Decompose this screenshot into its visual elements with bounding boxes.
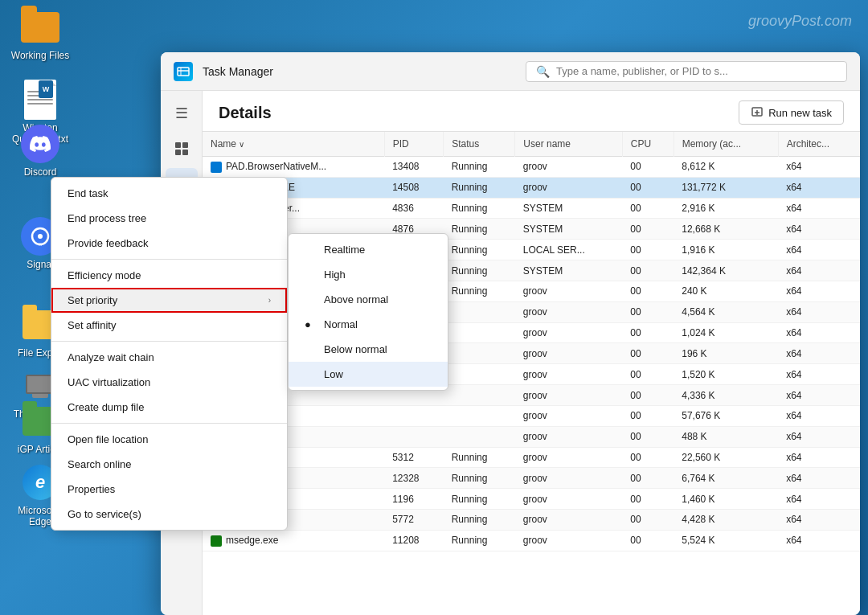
context-menu-item-end-process-tree[interactable]: End process tree: [51, 206, 287, 231]
cell-memory: 5,524 K: [674, 530, 778, 551]
svg-rect-7: [175, 150, 181, 155]
col-cpu[interactable]: CPU: [622, 132, 674, 157]
context-menu-item-label: End process tree: [68, 212, 146, 224]
col-memory[interactable]: Memory (ac...: [674, 132, 778, 157]
table-row[interactable]: .exe 5312 Running groov 00 22,560 K x64: [203, 447, 860, 468]
context-menu-item-search-online[interactable]: Search online: [51, 452, 287, 477]
table-row[interactable]: .exe 5772 Running groov 00 4,428 K x64: [203, 510, 860, 531]
col-arch[interactable]: Architec...: [778, 132, 860, 157]
cell-cpu: 00: [622, 468, 674, 489]
cell-status: [444, 343, 515, 364]
cell-status: Running: [444, 281, 515, 301]
cell-memory: 196 K: [674, 343, 778, 364]
cell-arch: x64: [778, 301, 860, 322]
cell-arch: x64: [778, 489, 860, 510]
context-menu-item-end-task[interactable]: End task: [51, 181, 287, 206]
desktop-icon-label: Discord: [24, 166, 57, 178]
cell-memory: 4,336 K: [674, 385, 778, 406]
cell-arch: x64: [778, 322, 860, 343]
cell-user: groov: [515, 177, 623, 198]
table-row[interactable]: p.IGCC.WinSer... 4836 Running SYSTEM 00 …: [203, 198, 860, 219]
priority-submenu-item-below-normal[interactable]: Below normal: [289, 337, 448, 362]
cell-status: [444, 385, 515, 406]
sidebar-menu-btn[interactable]: ☰: [166, 97, 198, 129]
priority-submenu-item-normal[interactable]: ●Normal: [289, 312, 448, 337]
context-menu-separator: [51, 259, 287, 260]
cell-user: groov: [515, 322, 623, 343]
table-row[interactable]: ... groov 00 488 K x64: [203, 426, 860, 447]
svg-point-1: [38, 234, 43, 239]
cell-user: SYSTEM: [515, 198, 623, 219]
desktop-icon-working-files[interactable]: Working Files: [8, 8, 72, 61]
priority-submenu-item-above-normal[interactable]: Above normal: [289, 287, 448, 312]
discord-icon: [21, 125, 59, 163]
run-new-task-button[interactable]: Run new task: [739, 100, 844, 125]
context-menu-item-label: Search online: [68, 458, 132, 470]
context-menu-item-set-priority[interactable]: Set priority›: [51, 288, 287, 313]
cell-memory: 142,364 K: [674, 260, 778, 281]
cell-user: groov: [515, 447, 623, 468]
cell-arch: x64: [778, 364, 860, 385]
table-row[interactable]: OUTLOOK.EXE 14508 Running groov 00 131,7…: [203, 177, 860, 198]
cell-arch: x64: [778, 426, 860, 447]
desktop-icon-discord[interactable]: Discord: [8, 125, 72, 178]
cell-cpu: 00: [622, 385, 674, 406]
priority-submenu-item-realtime[interactable]: Realtime: [289, 237, 448, 262]
cell-pid: 14508: [384, 177, 444, 198]
context-menu-item-open-file-location[interactable]: Open file location: [51, 427, 287, 452]
cell-status: Running: [444, 157, 515, 178]
cell-status: Running: [444, 530, 515, 551]
cell-arch: x64: [778, 177, 860, 198]
table-row[interactable]: .exe 1196 Running groov 00 1,460 K x64: [203, 489, 860, 510]
cell-status: Running: [444, 447, 515, 468]
cell-status: Running: [444, 468, 515, 489]
cell-pid: [384, 426, 444, 447]
desktop-icons-middle: Discord: [8, 125, 72, 178]
context-menu-item-create-dump-file[interactable]: Create dump file: [51, 395, 287, 420]
cell-status: Running: [444, 198, 515, 219]
table-row[interactable]: ... groov 00 57,676 K x64: [203, 405, 860, 426]
context-menu-item-efficiency-mode[interactable]: Efficiency mode: [51, 263, 287, 288]
cell-user: groov: [515, 468, 623, 489]
context-menu-item-uac-virtualization[interactable]: UAC virtualization: [51, 370, 287, 395]
svg-rect-6: [182, 142, 188, 148]
cell-arch: x64: [778, 281, 860, 301]
table-row[interactable]: .exe 12328 Running groov 00 6,764 K x64: [203, 468, 860, 489]
cell-memory: 131,772 K: [674, 177, 778, 198]
cell-memory: 6,764 K: [674, 468, 778, 489]
col-username[interactable]: User name: [515, 132, 623, 157]
cell-cpu: 00: [622, 177, 674, 198]
priority-item-label: Above normal: [324, 293, 388, 305]
cell-cpu: 00: [622, 426, 674, 447]
col-status[interactable]: Status: [444, 132, 515, 157]
cell-arch: x64: [778, 530, 860, 551]
sidebar-processes-btn[interactable]: [166, 133, 198, 165]
priority-submenu: RealtimeHighAbove normal●NormalBelow nor…: [288, 233, 448, 391]
col-pid[interactable]: PID: [384, 132, 444, 157]
desktop-icon-label: Signal: [27, 259, 53, 270]
cell-status: Running: [444, 219, 515, 240]
context-menu-item-go-to-services[interactable]: Go to service(s): [51, 502, 287, 527]
priority-submenu-item-high[interactable]: High: [289, 262, 448, 287]
priority-item-label: Below normal: [324, 343, 387, 355]
svg-rect-2: [178, 68, 189, 76]
cell-status: [444, 405, 515, 426]
context-menu-item-properties[interactable]: Properties: [51, 477, 287, 502]
col-name[interactable]: Name ∨: [203, 132, 384, 157]
context-menu-item-label: Go to service(s): [68, 508, 141, 520]
context-menu-item-label: Properties: [68, 483, 115, 495]
priority-submenu-item-low[interactable]: Low: [289, 362, 448, 387]
search-input[interactable]: [556, 65, 837, 77]
cell-status: Running: [444, 260, 515, 281]
table-row[interactable]: msedge.exe 11208 Running groov 00 5,524 …: [203, 530, 860, 551]
task-manager-search-box[interactable]: 🔍: [526, 61, 847, 82]
table-row[interactable]: PAD.BrowserNativeM... 13408 Running groo…: [203, 157, 860, 178]
context-menu-item-set-affinity[interactable]: Set affinity: [51, 313, 287, 338]
cell-user: groov: [515, 489, 623, 510]
context-menu-item-analyze-wait-chain[interactable]: Analyze wait chain: [51, 345, 287, 370]
submenu-arrow-icon: ›: [268, 296, 271, 305]
cell-memory: 488 K: [674, 426, 778, 447]
page-title: Details: [219, 104, 272, 122]
context-menu-item-provide-feedback[interactable]: Provide feedback: [51, 231, 287, 256]
cell-memory: 1,460 K: [674, 489, 778, 510]
